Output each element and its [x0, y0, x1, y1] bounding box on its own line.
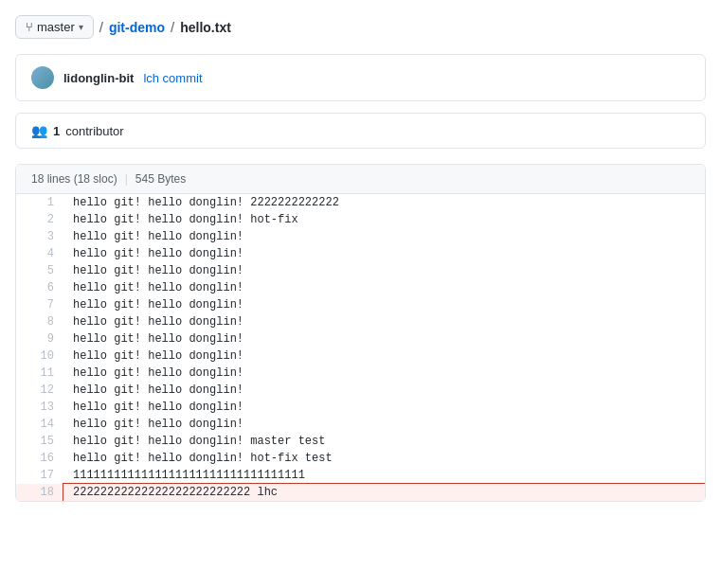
line-number: 14: [16, 416, 63, 433]
table-row: 11hello git! hello donglin!: [16, 365, 705, 382]
table-row: 5hello git! hello donglin!: [16, 262, 705, 279]
line-code: hello git! hello donglin!: [63, 262, 705, 279]
line-code: hello git! hello donglin!: [63, 279, 705, 296]
table-row: 16hello git! hello donglin! hot-fix test: [16, 450, 705, 467]
line-number: 11: [16, 365, 63, 382]
table-row: 15hello git! hello donglin! master test: [16, 433, 705, 450]
table-row: 7hello git! hello donglin!: [16, 296, 705, 313]
line-number: 9: [16, 330, 63, 347]
code-table: 1hello git! hello donglin! 2222222222222…: [16, 194, 705, 501]
commit-author[interactable]: lidonglin-bit: [63, 71, 134, 85]
table-row: 13hello git! hello donglin!: [16, 399, 705, 416]
repo-link[interactable]: git-demo: [109, 20, 165, 35]
line-code: hello git! hello donglin!: [63, 228, 705, 245]
header-divider: |: [125, 172, 128, 186]
line-number: 1: [16, 194, 63, 211]
line-number: 10: [16, 347, 63, 365]
table-row: 10hello git! hello donglin!: [16, 347, 705, 365]
line-number: 5: [16, 262, 63, 279]
table-row: 14hello git! hello donglin!: [16, 416, 705, 433]
line-code: hello git! hello donglin! 2222222222222: [63, 194, 705, 211]
table-row: 12hello git! hello donglin!: [16, 382, 705, 399]
table-row: 3hello git! hello donglin!: [16, 228, 705, 245]
line-number: 16: [16, 450, 63, 467]
file-box: 18 lines (18 sloc) | 545 Bytes 1hello gi…: [15, 164, 706, 502]
line-code: hello git! hello donglin!: [63, 313, 705, 330]
line-number: 15: [16, 433, 63, 450]
line-code: hello git! hello donglin! hot-fix test: [63, 450, 705, 467]
line-number: 12: [16, 382, 63, 399]
line-code: 22222222222222222222222222 lhc: [63, 484, 705, 501]
line-number: 6: [16, 279, 63, 296]
chevron-down-icon: ▾: [79, 22, 83, 32]
table-row: 4hello git! hello donglin!: [16, 245, 705, 262]
line-number: 13: [16, 399, 63, 416]
file-name: hello.txt: [180, 20, 231, 35]
branch-selector[interactable]: ⑂ master ▾: [15, 15, 94, 39]
breadcrumb-separator: /: [99, 19, 103, 35]
people-icon: 👥: [31, 123, 47, 138]
line-number: 2: [16, 211, 63, 228]
file-size: 545 Bytes: [135, 172, 186, 186]
contributor-count: 1: [53, 124, 60, 138]
line-number: 18: [16, 484, 63, 501]
line-code: hello git! hello donglin!: [63, 330, 705, 347]
contributors-box: 👥 1 contributor: [15, 113, 706, 149]
contributor-label: contributor: [65, 124, 123, 138]
line-code: hello git! hello donglin!: [63, 347, 705, 365]
line-code: hello git! hello donglin!: [63, 245, 705, 262]
line-number: 4: [16, 245, 63, 262]
branch-label: master: [37, 20, 75, 34]
table-row: 2hello git! hello donglin! hot-fix: [16, 211, 705, 228]
line-code: hello git! hello donglin! hot-fix: [63, 211, 705, 228]
line-code: 1111111111111111111111111111111111: [63, 467, 705, 484]
table-row: 171111111111111111111111111111111111: [16, 467, 705, 484]
table-row: 1822222222222222222222222222 lhc: [16, 484, 705, 501]
breadcrumb-separator-2: /: [171, 19, 174, 35]
avatar: [31, 66, 54, 89]
line-code: hello git! hello donglin! master test: [63, 433, 705, 450]
table-row: 9hello git! hello donglin!: [16, 330, 705, 347]
line-code: hello git! hello donglin!: [63, 365, 705, 382]
file-header: 18 lines (18 sloc) | 545 Bytes: [16, 165, 705, 194]
line-number: 8: [16, 313, 63, 330]
table-row: 8hello git! hello donglin!: [16, 313, 705, 330]
commit-box: lidonglin-bit lch commit: [15, 54, 706, 101]
branch-icon: ⑂: [26, 20, 33, 34]
table-row: 6hello git! hello donglin!: [16, 279, 705, 296]
line-code: hello git! hello donglin!: [63, 399, 705, 416]
file-lines: 18 lines (18 sloc): [31, 172, 117, 186]
line-code: hello git! hello donglin!: [63, 416, 705, 433]
line-code: hello git! hello donglin!: [63, 296, 705, 313]
page-container: ⑂ master ▾ / git-demo / hello.txt lidong…: [0, 0, 721, 517]
line-code: hello git! hello donglin!: [63, 382, 705, 399]
breadcrumb: ⑂ master ▾ / git-demo / hello.txt: [15, 15, 706, 39]
table-row: 1hello git! hello donglin! 2222222222222: [16, 194, 705, 211]
line-number: 7: [16, 296, 63, 313]
commit-message[interactable]: lch commit: [143, 71, 202, 85]
line-number: 17: [16, 467, 63, 484]
line-number: 3: [16, 228, 63, 245]
